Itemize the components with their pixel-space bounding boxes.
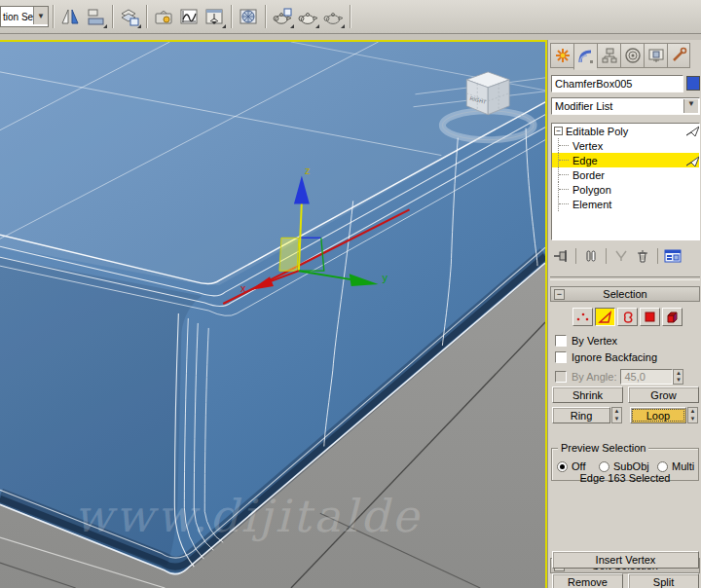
remove-modifier-icon[interactable]	[632, 246, 653, 266]
stack-item-label: Polygon	[572, 184, 611, 196]
stack-item-label: Element	[572, 199, 611, 210]
main-toolbar: tion Se ▼	[0, 0, 701, 34]
tree-branch	[558, 138, 572, 153]
modifier-stack: − Editable Poly Vertex Edge Border Polyg…	[551, 123, 700, 240]
stack-row-element[interactable]: Element	[552, 197, 699, 211]
by-angle-value: 45,0	[624, 371, 645, 383]
subobject-buttons	[572, 308, 683, 326]
ring-label: Ring	[571, 410, 593, 422]
stack-row-editable-poly[interactable]: − Editable Poly	[552, 124, 699, 138]
perspective-viewport[interactable]: z x y RIGHT www.dijitalde	[0, 40, 547, 588]
command-panel-tabs	[550, 43, 698, 70]
drag-cursor-icon	[685, 125, 700, 137]
vertex-icon[interactable]	[572, 308, 593, 326]
axis-z-label: z	[305, 165, 310, 176]
stack-row-edge[interactable]: Edge	[552, 153, 699, 167]
grow-label: Grow	[650, 389, 676, 401]
graphite-tools-icon[interactable]	[152, 5, 175, 28]
radio-icon[interactable]	[557, 461, 568, 472]
viewport-canvas: z x y RIGHT	[0, 42, 545, 588]
tab-create[interactable]	[550, 43, 573, 68]
pin-stack-icon[interactable]	[550, 246, 572, 266]
mirror-icon[interactable]	[58, 5, 82, 28]
tree-branch	[558, 167, 572, 182]
collapse-icon[interactable]: −	[554, 127, 563, 135]
stack-row-vertex[interactable]: Vertex	[552, 138, 699, 153]
tab-display[interactable]	[644, 43, 667, 68]
element-icon[interactable]	[662, 308, 683, 326]
remove-label: Remove	[568, 576, 608, 588]
checkbox-icon[interactable]	[555, 335, 567, 347]
tree-branch	[558, 182, 572, 197]
render-production-icon[interactable]	[296, 5, 319, 28]
stack-item-label: Edge	[572, 155, 598, 166]
drag-cursor-icon	[685, 155, 700, 167]
stack-root-label: Editable Poly	[566, 126, 628, 137]
modifier-list-dropdown[interactable]: Modifier List ▼	[551, 97, 700, 115]
render-iterative-icon[interactable]	[321, 5, 345, 28]
split-label: Split	[653, 576, 674, 588]
border-icon[interactable]	[617, 308, 638, 326]
loop-label: Loop	[646, 410, 670, 422]
ring-button[interactable]: Ring	[552, 407, 610, 423]
modifier-stack-toolbar	[550, 245, 700, 267]
chevron-down-icon[interactable]: ▼	[683, 99, 698, 113]
material-editor-icon[interactable]	[237, 5, 260, 28]
grow-button[interactable]: Grow	[628, 386, 699, 403]
preview-off-radio[interactable]: Off	[557, 460, 585, 472]
preview-subobj-radio[interactable]: SubObj	[599, 460, 649, 472]
shrink-button[interactable]: Shrink	[552, 386, 623, 403]
show-end-result-icon[interactable]	[580, 246, 602, 266]
tab-utilities[interactable]	[667, 43, 690, 68]
toolbar-separator	[53, 5, 54, 28]
gizmo-xz-plane-handle[interactable]	[279, 238, 299, 271]
tab-motion[interactable]	[620, 43, 644, 68]
loop-spinner[interactable]: ▲▼	[687, 407, 698, 423]
display-icon	[647, 47, 665, 64]
configure-modifier-sets-icon[interactable]	[662, 246, 683, 266]
stack-row-polygon[interactable]: Polygon	[552, 182, 699, 197]
ring-spinner[interactable]: ▲▼	[611, 407, 622, 423]
named-selection-set-value: tion Se	[1, 12, 33, 22]
make-unique-icon[interactable]	[610, 246, 632, 266]
loop-button[interactable]: Loop	[630, 407, 686, 423]
object-color-swatch[interactable]	[686, 76, 700, 91]
radio-icon[interactable]	[599, 461, 609, 472]
tree-branch	[558, 153, 572, 167]
schematic-view-icon[interactable]	[203, 5, 226, 28]
layer-manager-icon[interactable]	[118, 5, 141, 28]
render-setup-icon[interactable]	[271, 5, 294, 28]
object-name-value: ChamferBox005	[555, 78, 633, 90]
preview-off-label: Off	[572, 460, 585, 472]
curve-editor-icon[interactable]	[177, 5, 201, 28]
insert-vertex-button[interactable]: Insert Vertex	[552, 551, 699, 569]
named-selection-set-combo[interactable]: tion Se ▼	[0, 6, 49, 27]
3dsmax-window: { "toolbar": { "selection_set_value": "t…	[0, 0, 701, 588]
ignore-backfacing-checkbox[interactable]: Ignore Backfacing	[555, 351, 657, 363]
edge-icon[interactable]	[595, 308, 615, 326]
remove-button[interactable]: Remove	[552, 573, 623, 588]
preview-multi-radio[interactable]: Multi	[657, 460, 694, 472]
axis-y-label: y	[383, 272, 388, 283]
toolbar-separator	[112, 5, 113, 28]
by-angle-label: By Angle:	[572, 371, 616, 383]
by-vertex-checkbox[interactable]: By Vertex	[555, 335, 617, 347]
polygon-icon[interactable]	[640, 308, 660, 326]
modifier-list-label: Modifier List	[555, 100, 612, 112]
selection-status: Edge 163 Selected	[548, 472, 701, 484]
toolbar-separator	[265, 5, 266, 28]
tab-modify[interactable]	[573, 43, 597, 70]
checkbox-icon[interactable]	[555, 351, 567, 363]
chevron-down-icon[interactable]: ▼	[33, 7, 48, 24]
align-icon[interactable]	[84, 5, 107, 28]
split-button[interactable]: Split	[628, 573, 699, 588]
selection-rollout-header[interactable]: − Selection	[550, 286, 700, 302]
toolbar-separator	[231, 5, 232, 28]
by-angle-row: By Angle: 45,0 ▲▼	[555, 369, 683, 385]
tab-hierarchy[interactable]	[597, 43, 620, 68]
utilities-icon	[670, 47, 687, 64]
command-panel: ChamferBox005 Modifier List ▼ − Editable…	[547, 40, 701, 588]
stack-row-border[interactable]: Border	[552, 167, 699, 182]
radio-icon[interactable]	[657, 461, 668, 472]
object-name-field[interactable]: ChamferBox005	[551, 75, 683, 92]
